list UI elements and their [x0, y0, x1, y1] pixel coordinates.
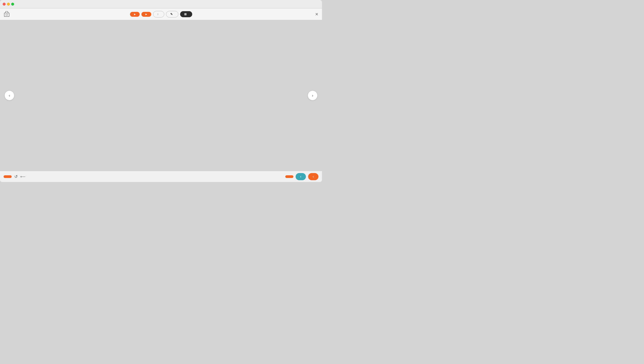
svg-rect-0 [4, 13, 9, 16]
next-arrow-button[interactable]: › [308, 90, 317, 100]
my-designs-icon: ↑ [157, 12, 159, 16]
top-toolbar: ↑ ✎ ⊞ ✕ [0, 8, 322, 20]
toolbar-left [4, 11, 12, 18]
maximize-button[interactable] [11, 3, 14, 6]
photo-grid [18, 27, 304, 164]
titlebar [0, 0, 322, 8]
window-close-button[interactable]: ✕ [315, 12, 318, 17]
style-button[interactable] [308, 173, 318, 180]
my-designs-button[interactable]: ↑ [153, 11, 164, 18]
svg-rect-1 [6, 14, 8, 16]
open-button[interactable] [285, 175, 293, 178]
app-icon [4, 11, 10, 18]
magazines-button[interactable] [141, 12, 151, 17]
album-layouts-button[interactable]: ⊞ [180, 11, 192, 17]
toolbar-center-buttons: ↑ ✎ ⊞ [130, 11, 192, 18]
bottom-right-buttons [285, 173, 318, 180]
reset-button[interactable] [4, 175, 12, 178]
signing-icon: ✎ [170, 12, 173, 16]
traffic-lights [3, 3, 14, 6]
bottom-toolbar: ↺ ⟵ [0, 171, 322, 182]
arrow-lr-icon[interactable]: ⟵ [20, 174, 26, 179]
signing-books-button[interactable]: ✎ [166, 11, 178, 18]
area-button[interactable] [295, 173, 306, 180]
chevron-left-icon: ‹ [9, 93, 10, 98]
chevron-right-icon: › [312, 93, 313, 98]
main-content: ‹ › [0, 20, 322, 171]
design-sets-button[interactable] [130, 12, 140, 17]
album-layouts-icon: ⊞ [184, 12, 187, 16]
close-button[interactable] [3, 3, 6, 6]
refresh-icon[interactable]: ↺ [14, 174, 18, 179]
prev-arrow-button[interactable]: ‹ [5, 90, 14, 100]
minimize-button[interactable] [7, 3, 10, 6]
toolbar-right: ✕ [313, 12, 318, 17]
